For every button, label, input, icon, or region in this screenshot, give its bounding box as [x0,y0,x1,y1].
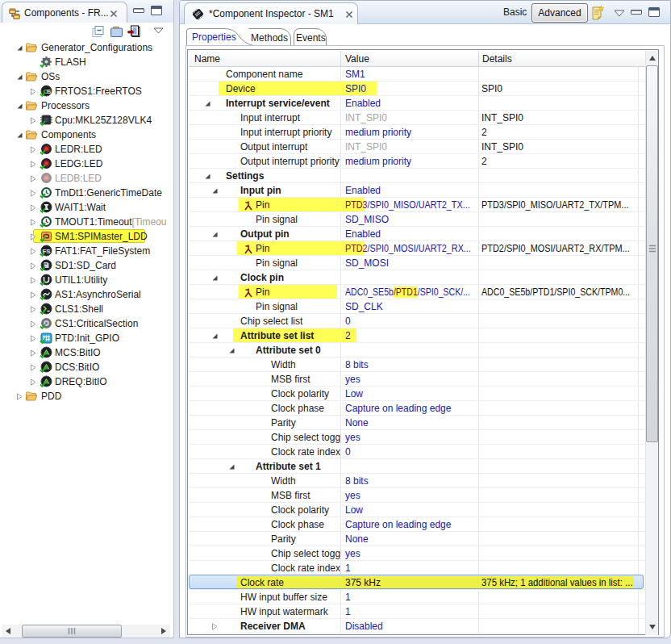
svg-text:S: S [47,88,52,95]
